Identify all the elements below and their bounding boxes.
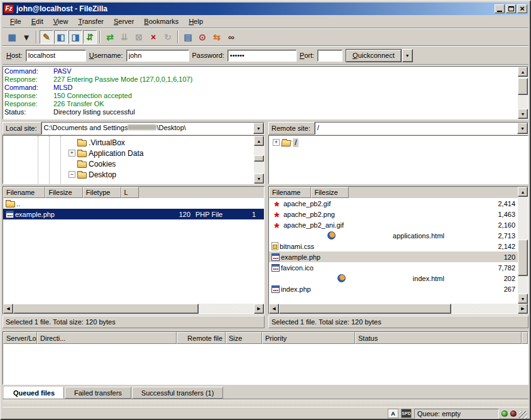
tree-item[interactable]: .VirtualBox: [3, 137, 254, 148]
cancel-operation-button[interactable]: ⊠: [132, 30, 146, 44]
toggle-queue-button[interactable]: ⇵: [83, 30, 97, 44]
tree-expander-icon[interactable]: [68, 171, 75, 178]
maximize-button[interactable]: [506, 4, 516, 13]
file-row[interactable]: ..: [3, 198, 264, 209]
tree-expander-icon[interactable]: [273, 139, 280, 146]
menu-view[interactable]: View: [48, 16, 74, 26]
remote-site-combo[interactable]: /: [315, 122, 528, 135]
tab-successful-transfers[interactable]: Successful transfers (1): [132, 387, 224, 399]
queue-column-header[interactable]: Remote file: [177, 332, 226, 344]
site-manager-dropdown-button[interactable]: ▾: [19, 30, 33, 44]
tree-item[interactable]: Application Data: [3, 148, 254, 158]
remote-site-dropdown-button[interactable]: [517, 123, 528, 134]
quickconnect-dropdown-button[interactable]: [402, 49, 413, 62]
tree-item[interactable]: /: [269, 137, 528, 148]
toggle-local-tree-button[interactable]: ◧: [54, 30, 68, 44]
refresh-button[interactable]: ⇄: [103, 30, 117, 44]
quickconnect-button[interactable]: Quickconnect: [346, 49, 402, 62]
file-row[interactable]: apache_pb2.png 1,463: [269, 209, 518, 219]
toggle-remote-tree-button[interactable]: ◨: [68, 30, 82, 44]
local-path[interactable]: C:\Documents and Settings\Desktop\: [42, 123, 253, 134]
queue-column-header[interactable]: Priority: [262, 332, 355, 344]
column-header[interactable]: Filesize: [311, 187, 348, 198]
local-list-hscrollbar[interactable]: [3, 304, 264, 314]
queue-tabs: Queued filesFailed transfersSuccessful t…: [3, 385, 528, 399]
synchronized-browsing-button[interactable]: ⇆: [210, 30, 224, 44]
redacted-username: [128, 124, 156, 130]
scroll-up-icon[interactable]: [518, 187, 528, 197]
column-header[interactable]: Filesize: [45, 187, 82, 198]
local-site-combo[interactable]: C:\Documents and Settings\Desktop\: [41, 122, 265, 135]
menu-edit[interactable]: Edit: [26, 16, 48, 26]
queue-column-header[interactable]: Server/Local file: [3, 332, 37, 344]
log-line-text: MLSD: [53, 84, 73, 92]
column-header[interactable]: Filename: [269, 187, 311, 198]
file-row[interactable]: bitnami.css 2,142: [269, 241, 518, 251]
php-icon: [271, 253, 280, 261]
resize-grip[interactable]: [519, 411, 527, 419]
scrollbar-thumb[interactable]: [518, 240, 528, 277]
scroll-left-icon[interactable]: [3, 304, 13, 314]
reconnect-button[interactable]: ↻: [161, 30, 175, 44]
file-row[interactable]: index.php 267: [269, 284, 518, 294]
data-type-indicator-icon[interactable]: A: [388, 409, 398, 418]
tree-expander-icon[interactable]: [68, 150, 75, 157]
file-row[interactable]: applications.html 2,713: [269, 230, 518, 241]
port-input[interactable]: [317, 50, 342, 62]
message-log-scrollbar[interactable]: [518, 67, 528, 119]
file-row[interactable]: apache_pb2.gif 2,414: [269, 198, 518, 209]
file-row[interactable]: favicon.ico 7,782: [269, 262, 518, 273]
queue-column-header[interactable]: Status: [355, 332, 522, 344]
scroll-up-icon[interactable]: [254, 136, 264, 146]
tree-item[interactable]: Cookies: [3, 158, 254, 169]
log-line: Command: MLSD: [4, 84, 517, 92]
speed-limit-icon[interactable]: SPD: [401, 409, 412, 418]
column-header[interactable]: Filename: [3, 187, 45, 198]
tab-failed-transfers[interactable]: Failed transfers: [65, 387, 131, 399]
menu-bookmarks[interactable]: Bookmarks: [139, 16, 183, 26]
username-input[interactable]: [126, 50, 189, 62]
queue-column-header[interactable]: Size: [226, 332, 262, 344]
password-input[interactable]: [227, 50, 297, 62]
local-tree-scrollbar[interactable]: [254, 136, 264, 184]
compare-directories-button[interactable]: ⊙: [195, 30, 209, 44]
find-files-button[interactable]: ∞: [224, 30, 238, 44]
menu-file[interactable]: File: [5, 16, 26, 26]
file-row[interactable]: example.php 120 PHP File 1: [3, 209, 264, 219]
toggle-message-log-button[interactable]: ✎: [40, 30, 53, 44]
host-input[interactable]: [26, 50, 86, 62]
menu-transfer[interactable]: Transfer: [73, 16, 109, 26]
scrollbar-thumb[interactable]: [518, 78, 528, 95]
local-site-dropdown-button[interactable]: [253, 123, 264, 134]
tree-item[interactable]: Desktop: [3, 169, 254, 180]
menu-server[interactable]: Server: [109, 16, 139, 26]
queue-column-header[interactable]: [522, 332, 528, 344]
file-row[interactable]: index.html 202: [269, 273, 518, 284]
scroll-up-icon[interactable]: [518, 67, 528, 77]
remote-path[interactable]: /: [315, 123, 517, 134]
scrollbar-thumb[interactable]: [254, 155, 264, 162]
scrollbar-thumb[interactable]: [279, 304, 451, 314]
queue-column-header[interactable]: Directi...: [37, 332, 177, 344]
close-button[interactable]: [517, 4, 527, 13]
scroll-right-icon[interactable]: [518, 304, 528, 314]
file-row[interactable]: example.php 120: [269, 251, 518, 262]
site-manager-button[interactable]: ▦: [5, 30, 19, 44]
file-row[interactable]: apache_pb2_ani.gif 2,160: [269, 219, 518, 230]
scroll-left-icon[interactable]: [269, 304, 279, 314]
filter-button[interactable]: ▤: [181, 30, 195, 44]
remote-list-scrollbar[interactable]: [518, 187, 528, 304]
column-header[interactable]: L: [121, 187, 139, 198]
scroll-down-icon[interactable]: [254, 174, 264, 184]
disconnect-button[interactable]: ×: [146, 30, 160, 44]
scroll-down-icon[interactable]: [518, 109, 528, 119]
scroll-down-icon[interactable]: [518, 294, 528, 304]
column-header[interactable]: Filetype: [83, 187, 121, 198]
menu-help[interactable]: Help: [183, 16, 208, 26]
tab-queued-files[interactable]: Queued files: [4, 387, 64, 399]
scrollbar-thumb[interactable]: [13, 304, 199, 314]
process-queue-button[interactable]: ⇊: [118, 30, 131, 44]
minimize-button[interactable]: [495, 4, 505, 13]
scroll-right-icon[interactable]: [254, 304, 264, 314]
remote-list-hscrollbar[interactable]: [269, 304, 528, 314]
